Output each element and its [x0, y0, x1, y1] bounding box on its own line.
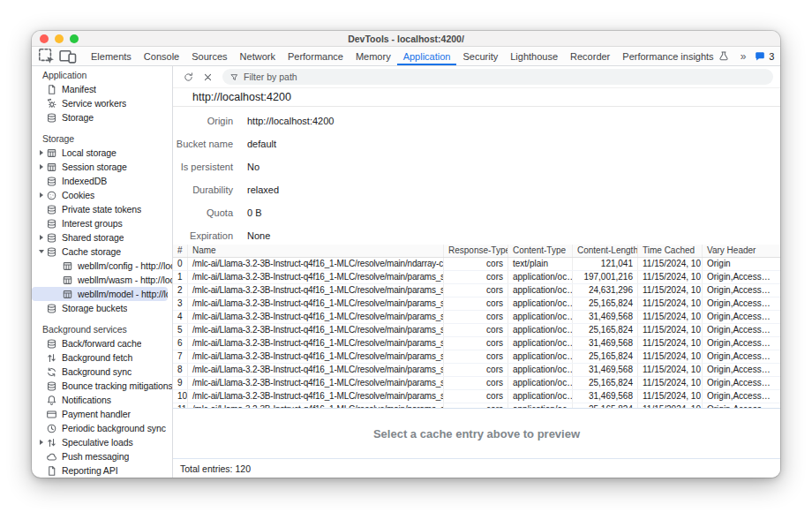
sidebar-item-shared-storage[interactable]: Shared storage	[32, 230, 172, 245]
table-row[interactable]: 0/mlc-ai/Llama-3.2-3B-Instruct-q4f16_1-M…	[173, 258, 780, 271]
cell-name: /mlc-ai/Llama-3.2-3B-Instruct-q4f16_1-ML…	[188, 350, 444, 363]
sidebar-item-service-workers[interactable]: Service workers	[32, 96, 172, 110]
tab-application[interactable]: Application	[397, 47, 457, 65]
chevron-right-icon[interactable]	[37, 440, 46, 445]
inspect-icon[interactable]	[37, 49, 56, 64]
delete-icon[interactable]	[198, 68, 217, 86]
sidebar-item-back-forward-cache[interactable]: Back/forward cache	[32, 336, 172, 350]
tab-security[interactable]: Security	[456, 47, 504, 65]
detail-value: http://localhost:4200	[247, 116, 334, 126]
column-header-response-type[interactable]: Response-Type	[444, 245, 508, 257]
table-row[interactable]: 5/mlc-ai/Llama-3.2-3B-Instruct-q4f16_1-M…	[173, 324, 780, 337]
database-icon	[46, 246, 57, 258]
table-row[interactable]: 2/mlc-ai/Llama-3.2-3B-Instruct-q4f16_1-M…	[173, 284, 780, 297]
sidebar-item-label: Bounce tracking mitigations	[62, 380, 172, 391]
tab-performance[interactable]: Performance	[282, 47, 350, 65]
cell-vary-header: Origin,Access…	[703, 284, 780, 297]
close-window-button[interactable]	[40, 34, 49, 43]
refresh-icon[interactable]	[178, 68, 198, 86]
cell-content-type: application/oc…	[508, 337, 573, 350]
sidebar-item-session-storage[interactable]: Session storage	[32, 160, 172, 174]
chevron-right-icon[interactable]	[37, 192, 46, 198]
console-messages-badge[interactable]: 3	[750, 50, 778, 63]
title-bar[interactable]: DevTools - localhost:4200/	[32, 31, 780, 47]
tab-label: Network	[240, 51, 275, 62]
column-header-content-type[interactable]: Content-Type	[508, 245, 573, 257]
panel-tabs: ElementsConsoleSourcesNetworkPerformance…	[85, 47, 736, 65]
sidebar-item-local-storage[interactable]: Local storage	[32, 146, 172, 160]
tab-network[interactable]: Network	[234, 47, 282, 65]
table-row[interactable]: 8/mlc-ai/Llama-3.2-3B-Instruct-q4f16_1-M…	[173, 364, 780, 377]
more-tabs-icon[interactable]: »	[736, 50, 751, 63]
tab-lighthouse[interactable]: Lighthouse	[504, 47, 564, 65]
sidebar-item-interest-groups[interactable]: Interest groups	[32, 216, 172, 230]
chevron-down-icon[interactable]	[37, 250, 46, 253]
tab-recorder[interactable]: Recorder	[564, 47, 616, 65]
cell-index: 0	[173, 258, 188, 270]
cell-response-type: cors	[444, 390, 508, 403]
cell-content-type: application/oc…	[508, 284, 573, 297]
table-row[interactable]: 7/mlc-ai/Llama-3.2-3B-Instruct-q4f16_1-M…	[173, 350, 780, 364]
cell-response-type: cors	[444, 311, 508, 323]
sidebar-item-indexeddb[interactable]: IndexedDB	[32, 174, 172, 188]
sidebar-item-speculative-loads[interactable]: Speculative loads	[32, 435, 172, 449]
chevron-right-icon[interactable]	[37, 164, 46, 169]
column-header-time-cached[interactable]: Time Cached	[638, 245, 703, 257]
sidebar-item-webllm-model-http-loc[interactable]: webllm/model - http://loc…	[32, 287, 168, 301]
panel-toolbar	[173, 66, 780, 88]
sidebar-item-private-state-tokens[interactable]: Private state tokens	[32, 202, 172, 216]
detail-row-durability: Durabilityrelaxed	[173, 178, 780, 201]
tab-console[interactable]: Console	[138, 47, 185, 65]
sidebar-item-cookies[interactable]: Cookies	[32, 188, 172, 202]
table-row[interactable]: 4/mlc-ai/Llama-3.2-3B-Instruct-q4f16_1-M…	[173, 311, 780, 324]
cell-content-length: 24,631,296	[573, 284, 638, 297]
sidebar-item-background-sync[interactable]: Background sync	[32, 365, 172, 379]
column-header-name[interactable]: Name	[188, 245, 444, 257]
table-row[interactable]: 6/mlc-ai/Llama-3.2-3B-Instruct-q4f16_1-M…	[173, 337, 780, 350]
tab-sources[interactable]: Sources	[185, 47, 233, 65]
flask-icon	[718, 50, 730, 63]
sidebar-item-background-fetch[interactable]: Background fetch	[32, 350, 172, 365]
cell-time-cached: 11/15/2024, 10…	[638, 311, 703, 323]
sidebar-item-periodic-background-sync[interactable]: Periodic background sync	[32, 421, 172, 435]
device-toolbar-icon[interactable]	[58, 49, 78, 64]
minimize-window-button[interactable]	[55, 34, 64, 43]
chevron-right-icon[interactable]	[37, 235, 46, 240]
tab-elements[interactable]: Elements	[85, 47, 138, 65]
sidebar-item-label: Background sync	[62, 366, 132, 377]
chevron-right-icon[interactable]	[37, 150, 46, 155]
sidebar-item-label: Payment handler	[62, 409, 131, 419]
sidebar-item-payment-handler[interactable]: Payment handler	[32, 407, 172, 421]
filter-input[interactable]	[244, 72, 766, 82]
sidebar-item-webllm-wasm-http-loca[interactable]: webllm/wasm - http://loca…	[32, 273, 172, 287]
sidebar-item-manifest[interactable]: Manifest	[32, 82, 172, 96]
sidebar-item-reporting-api[interactable]: Reporting API	[32, 463, 172, 478]
sidebar-item-cache-storage[interactable]: Cache storage	[32, 245, 172, 259]
table-row[interactable]: 10/mlc-ai/Llama-3.2-3B-Instruct-q4f16_1-…	[173, 390, 780, 403]
preview-placeholder-text: Select a cache entry above to preview	[373, 427, 580, 440]
zoom-window-button[interactable]	[70, 34, 79, 43]
cell-time-cached: 11/15/2024, 10…	[638, 337, 703, 350]
cell-content-length: 25,165,824	[573, 324, 638, 336]
table-row[interactable]: 1/mlc-ai/Llama-3.2-3B-Instruct-q4f16_1-M…	[173, 271, 780, 284]
sidebar-item-notifications[interactable]: Notifications	[32, 393, 172, 407]
detail-label: Quota	[173, 207, 233, 218]
sidebar-item-push-messaging[interactable]: Push messaging	[32, 449, 172, 463]
cell-response-type: cors	[444, 324, 508, 336]
column-header-vary-header[interactable]: Vary Header	[703, 245, 780, 257]
cell-time-cached: 11/15/2024, 10…	[638, 258, 703, 270]
table-row[interactable]: 3/mlc-ai/Llama-3.2-3B-Instruct-q4f16_1-M…	[173, 297, 780, 311]
tab-performance-insights[interactable]: Performance insights	[616, 47, 735, 65]
sidebar-item-webllm-config-http-loc[interactable]: webllm/config - http://loc…	[32, 259, 172, 273]
column-header-index[interactable]: #	[173, 245, 188, 257]
column-header-content-length[interactable]: Content-Length	[573, 245, 638, 257]
table-row[interactable]: 9/mlc-ai/Llama-3.2-3B-Instruct-q4f16_1-M…	[173, 377, 780, 390]
sidebar-item-storage-buckets[interactable]: Storage buckets	[32, 301, 172, 315]
cell-time-cached: 11/15/2024, 10…	[638, 284, 703, 297]
cell-name: /mlc-ai/Llama-3.2-3B-Instruct-q4f16_1-ML…	[188, 324, 444, 336]
sidebar-item-label: Service workers	[62, 98, 126, 109]
sidebar-item-bounce-tracking-mitigations[interactable]: Bounce tracking mitigations	[32, 379, 172, 393]
sidebar-item-storage[interactable]: Storage	[32, 110, 172, 124]
cell-content-length: 31,469,568	[573, 364, 638, 376]
tab-memory[interactable]: Memory	[350, 47, 397, 65]
